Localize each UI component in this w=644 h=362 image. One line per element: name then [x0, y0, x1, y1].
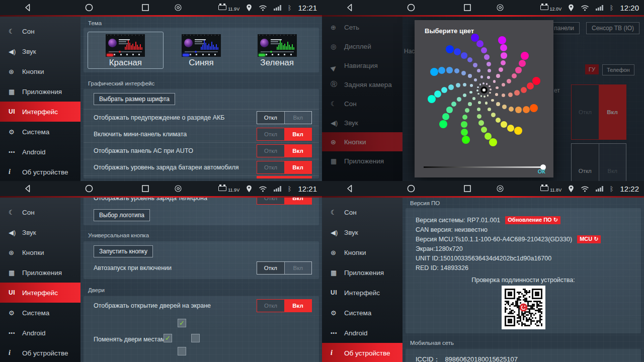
color-dot[interactable]	[532, 77, 540, 85]
color-dot[interactable]	[477, 93, 479, 95]
color-dot[interactable]	[521, 87, 527, 93]
toggle-on-option[interactable]: Вкл	[284, 300, 311, 312]
color-dot[interactable]	[465, 108, 469, 113]
color-dot[interactable]	[477, 69, 480, 72]
sidebar-item-android[interactable]: •••Android	[0, 142, 80, 162]
toggle-off-option[interactable]: Откл	[257, 161, 284, 173]
color-dot[interactable]	[507, 125, 514, 132]
recents-button[interactable]	[141, 184, 150, 193]
color-dot[interactable]	[501, 60, 506, 66]
color-dot[interactable]	[477, 108, 480, 111]
sidebar-item-система[interactable]: ⚙Система	[322, 303, 403, 323]
sidebar-item-сон[interactable]: ☾Сон	[0, 202, 80, 222]
toggle-off-option[interactable]: Откл	[257, 198, 284, 204]
toggle-on[interactable]: ОтклВкл	[257, 198, 312, 205]
color-dot[interactable]	[480, 95, 482, 97]
toggle-on-option[interactable]: Вкл	[284, 145, 311, 157]
color-dot[interactable]	[438, 67, 445, 74]
brightness-slider[interactable]	[424, 166, 544, 168]
color-dot[interactable]	[476, 89, 478, 92]
color-dot[interactable]	[434, 90, 441, 98]
color-dot[interactable]	[502, 83, 505, 86]
sidebar-item-кнопки[interactable]: ⊛Кнопки	[322, 242, 403, 262]
color-dot[interactable]	[476, 40, 484, 47]
sidebar-item-об-устройстве[interactable]: iОб устройстве	[0, 162, 80, 181]
color-dot[interactable]	[512, 73, 517, 79]
door-checkbox-bottom[interactable]	[178, 347, 186, 355]
toggle-off-option[interactable]: Откл	[257, 262, 284, 274]
color-dot[interactable]	[502, 94, 505, 97]
color-dot[interactable]	[481, 47, 487, 53]
recents-button[interactable]	[141, 3, 150, 12]
color-dot[interactable]	[509, 107, 514, 112]
toggle-off[interactable]: ОтклВкл	[257, 111, 312, 124]
home-button[interactable]	[407, 3, 416, 12]
color-dot[interactable]	[493, 80, 496, 83]
color-dot[interactable]	[461, 71, 466, 75]
toggle-on[interactable]: ОтклВкл	[257, 161, 312, 174]
color-dot[interactable]	[456, 83, 460, 87]
color-dot[interactable]	[461, 129, 468, 136]
color-dot[interactable]	[485, 102, 488, 105]
color-dot[interactable]	[472, 97, 475, 100]
sidebar-item-интерфейс[interactable]: UIИнтерфейс	[0, 102, 80, 122]
back-button[interactable]	[345, 184, 354, 193]
sidebar-item-система[interactable]: ⚙Система	[0, 122, 80, 142]
color-dot[interactable]	[462, 136, 470, 144]
sidebar-item-система[interactable]: ⚙Система	[0, 303, 80, 323]
sidebar-item-кнопки[interactable]: ⊛Кнопки	[0, 61, 80, 81]
color-dot[interactable]	[474, 78, 477, 81]
recents-button[interactable]	[463, 184, 472, 193]
color-dot[interactable]	[515, 107, 521, 113]
toggle-off-option[interactable]: Откл	[257, 112, 284, 124]
color-dot[interactable]	[451, 102, 457, 107]
sidebar-item-приложения[interactable]: ▦Приложения	[322, 262, 403, 283]
color-dot[interactable]	[463, 94, 466, 97]
launch-button[interactable]: Запустить кнопку	[94, 245, 153, 257]
sidebar-item-звук[interactable]: ◀)Звук	[0, 41, 80, 61]
color-dot[interactable]	[477, 86, 479, 88]
back-button[interactable]	[23, 3, 32, 12]
color-dot[interactable]	[454, 48, 461, 55]
color-dot[interactable]	[500, 44, 507, 51]
color-dot[interactable]	[496, 118, 501, 123]
color-dot[interactable]	[519, 60, 526, 67]
color-dot[interactable]	[457, 97, 461, 102]
color-dot[interactable]	[501, 52, 507, 58]
sidebar-item-сон[interactable]: ☾Сон	[0, 21, 80, 41]
color-dot[interactable]	[439, 120, 447, 128]
color-dot[interactable]	[491, 99, 494, 102]
theme-card-option[interactable]: Зеленая	[239, 32, 315, 68]
logo-select-button[interactable]: Выбор логотипа	[94, 209, 150, 221]
color-dot[interactable]	[514, 90, 520, 96]
color-dot[interactable]	[486, 83, 488, 85]
theme-card-option[interactable]: Синяя	[164, 32, 239, 68]
color-dot[interactable]	[462, 115, 468, 120]
color-dot[interactable]	[496, 102, 500, 106]
color-dot[interactable]	[502, 105, 507, 109]
color-dot[interactable]	[478, 101, 481, 104]
toggle-off-option[interactable]: Откл	[257, 300, 284, 312]
color-dot[interactable]	[496, 86, 499, 89]
color-dot[interactable]	[499, 67, 503, 72]
toggle-on[interactable]: ОтклВкл	[257, 144, 312, 157]
sidebar-item-интерфейс[interactable]: UIИнтерфейс	[322, 283, 403, 303]
door-checkbox-left[interactable]: ✓	[164, 334, 172, 342]
color-dot[interactable]	[487, 95, 489, 97]
color-dot[interactable]	[530, 104, 538, 112]
color-dot[interactable]	[468, 102, 471, 106]
color-dot[interactable]	[508, 93, 513, 97]
color-dot[interactable]	[496, 74, 500, 77]
toggle-on-option[interactable]: Вкл	[284, 161, 311, 173]
color-dot[interactable]	[448, 84, 454, 90]
sidebar-item-приложения[interactable]: ▦Приложения	[0, 81, 80, 102]
color-dot[interactable]	[484, 96, 486, 98]
toggle-on-option[interactable]: Вкл	[284, 262, 312, 274]
home-button[interactable]	[85, 3, 94, 12]
color-dot[interactable]	[491, 113, 496, 117]
toggle-on-option[interactable]: Вкл	[284, 198, 311, 204]
color-dot[interactable]	[490, 88, 492, 90]
home-button[interactable]	[85, 184, 94, 193]
color-dot[interactable]	[489, 138, 497, 146]
color-dot[interactable]	[471, 34, 479, 42]
